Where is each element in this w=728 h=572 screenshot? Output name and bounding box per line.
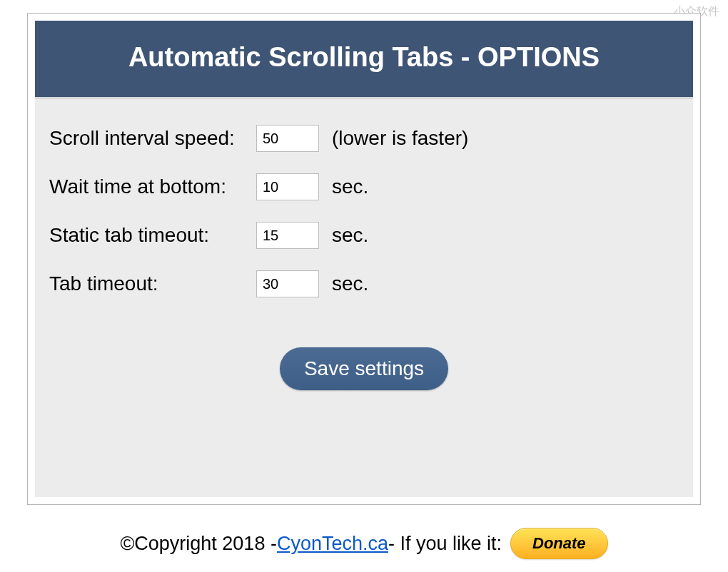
copyright-suffix: - If you like it: [388,533,502,555]
tab-timeout-row: Tab timeout: sec. [49,270,679,297]
footer: ©Copyright 2018 - CyonTech.ca - If you l… [0,528,728,559]
save-settings-button[interactable]: Save settings [280,347,448,390]
donate-button[interactable]: Donate [510,528,608,559]
scroll-interval-input[interactable] [256,125,319,152]
options-panel: Automatic Scrolling Tabs - OPTIONS Scrol… [35,21,693,497]
copyright-prefix: ©Copyright 2018 - [120,533,277,555]
static-timeout-row: Static tab timeout: sec. [49,222,679,249]
static-timeout-input[interactable] [256,222,319,249]
options-frame: Automatic Scrolling Tabs - OPTIONS Scrol… [27,13,701,505]
save-row: Save settings [49,347,679,390]
scroll-interval-hint: (lower is faster) [332,127,468,150]
cyontech-link[interactable]: CyonTech.ca [277,533,388,555]
wait-bottom-label: Wait time at bottom: [49,175,256,198]
wait-bottom-hint: sec. [332,175,368,198]
tab-timeout-hint: sec. [332,272,368,295]
page-title: Automatic Scrolling Tabs - OPTIONS [42,42,686,73]
panel-header: Automatic Scrolling Tabs - OPTIONS [35,21,693,99]
tab-timeout-label: Tab timeout: [49,272,256,295]
wait-bottom-row: Wait time at bottom: sec. [49,173,679,200]
panel-body: Scroll interval speed: (lower is faster)… [35,99,693,497]
tab-timeout-input[interactable] [256,270,319,297]
scroll-interval-label: Scroll interval speed: [49,127,256,150]
static-timeout-hint: sec. [332,224,368,247]
wait-bottom-input[interactable] [256,173,319,200]
static-timeout-label: Static tab timeout: [49,224,256,247]
scroll-interval-row: Scroll interval speed: (lower is faster) [49,125,679,152]
